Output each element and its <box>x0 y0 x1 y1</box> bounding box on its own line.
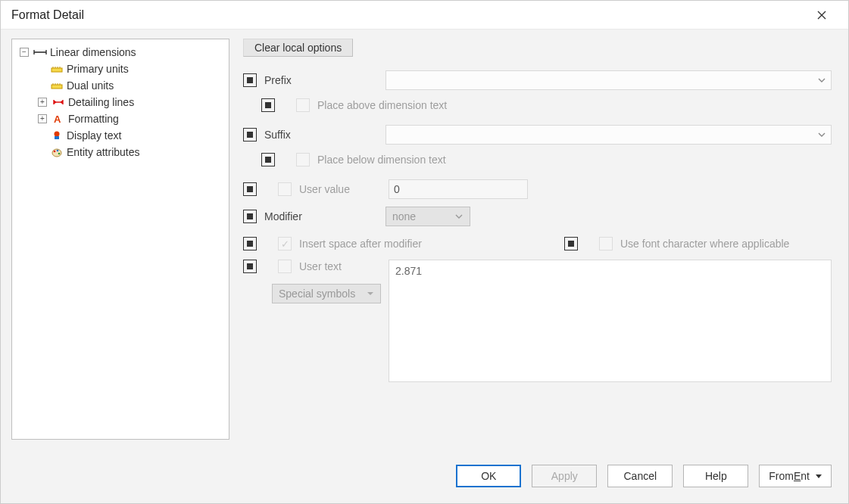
user-text-checkbox[interactable] <box>278 260 292 273</box>
tree-label: Entity attributes <box>67 146 140 158</box>
option-indicator[interactable] <box>243 237 257 250</box>
form-panel: Clear local options Prefix Place above d… <box>243 39 838 496</box>
option-indicator[interactable] <box>243 73 257 87</box>
user-value-checkbox[interactable] <box>278 182 292 196</box>
help-button[interactable]: Help <box>683 465 748 487</box>
option-indicator[interactable] <box>564 237 578 250</box>
svg-point-6 <box>54 151 56 153</box>
chevron-down-icon <box>454 212 464 221</box>
modifier-label: Modifier <box>264 210 378 222</box>
tree-label: Dual units <box>67 79 114 92</box>
user-value-input[interactable]: 0 <box>389 179 528 199</box>
ruler-icon <box>50 63 64 75</box>
tree-label: Detailing lines <box>68 96 134 108</box>
option-indicator[interactable] <box>243 182 257 196</box>
user-value-label: User value <box>299 183 381 195</box>
tree-item-display-text[interactable]: Display text <box>36 127 227 144</box>
chevron-down-icon <box>817 130 826 139</box>
option-indicator[interactable] <box>243 260 257 273</box>
modifier-select[interactable]: none <box>385 207 470 226</box>
palette-icon <box>50 146 64 158</box>
svg-rect-4 <box>55 136 59 139</box>
letter-a-icon: A <box>52 113 65 125</box>
use-font-char-checkbox[interactable] <box>599 237 613 250</box>
option-indicator[interactable] <box>261 98 275 112</box>
expand-icon[interactable]: + <box>38 114 47 123</box>
from-ent-button[interactable]: From Ent <box>759 465 832 487</box>
tree-panel: − Linear dimensions <box>11 39 229 440</box>
svg-text:A: A <box>54 114 61 124</box>
expand-icon[interactable]: + <box>38 98 47 107</box>
dialog-window: Format Detail − Linear dimensions <box>0 0 849 504</box>
dimension-icon <box>33 46 47 58</box>
place-above-label: Place above dimension text <box>317 99 447 111</box>
svg-point-3 <box>55 132 60 137</box>
button-bar: OK Apply Cancel Help From Ent <box>243 456 838 496</box>
tree-item-entity-attributes[interactable]: Entity attributes <box>36 144 227 160</box>
tree-item-dual-units[interactable]: Dual units <box>36 77 227 94</box>
close-button[interactable] <box>804 4 839 26</box>
detailing-icon <box>52 96 65 108</box>
tree-item-detailing-lines[interactable]: + Detailing lines <box>36 94 227 110</box>
special-symbols-select[interactable]: Special symbols <box>272 284 381 303</box>
svg-rect-1 <box>52 85 62 89</box>
svg-point-7 <box>57 150 59 152</box>
chevron-down-icon <box>817 76 826 85</box>
titlebar: Format Detail <box>1 1 848 30</box>
suffix-combo[interactable] <box>385 125 832 145</box>
tree-label: Primary units <box>67 63 129 75</box>
insert-space-checkbox[interactable]: ✓ <box>278 237 292 250</box>
svg-rect-0 <box>52 68 62 72</box>
client-area: − Linear dimensions <box>1 30 848 503</box>
tree-label: Formatting <box>68 113 119 125</box>
prefix-label: Prefix <box>264 74 378 86</box>
insert-space-label: Insert space after modifier <box>299 238 557 250</box>
collapse-icon[interactable]: − <box>20 48 29 57</box>
tree-item-primary-units[interactable]: Primary units <box>36 61 227 77</box>
use-font-char-label: Use font character where applicable <box>620 238 789 250</box>
suffix-label: Suffix <box>264 129 378 141</box>
option-indicator[interactable] <box>243 128 257 142</box>
option-indicator[interactable] <box>261 153 275 166</box>
tree-label: Linear dimensions <box>50 46 136 58</box>
close-icon <box>817 11 826 20</box>
clear-local-options-button[interactable]: Clear local options <box>243 39 353 57</box>
ruler-icon <box>50 79 64 92</box>
caret-down-icon <box>367 290 374 297</box>
place-below-checkbox[interactable] <box>296 153 310 166</box>
display-text-icon <box>50 129 64 142</box>
svg-point-8 <box>58 153 61 155</box>
apply-button: Apply <box>532 465 597 487</box>
tree-item-formatting[interactable]: + A Formatting <box>36 110 227 127</box>
options-tree[interactable]: − Linear dimensions <box>14 44 227 160</box>
prefix-combo[interactable] <box>385 70 832 90</box>
cancel-button[interactable]: Cancel <box>607 465 673 487</box>
ok-button[interactable]: OK <box>456 465 521 487</box>
dialog-title: Format Detail <box>11 8 84 22</box>
user-text-area[interactable] <box>389 260 832 382</box>
option-indicator[interactable] <box>243 210 257 223</box>
place-above-checkbox[interactable] <box>296 98 310 112</box>
place-below-label: Place below dimension text <box>317 154 446 166</box>
user-text-label: User text <box>299 260 381 272</box>
tree-label: Display text <box>67 129 121 142</box>
tree-item-linear-dimensions[interactable]: − Linear dimensions <box>18 44 227 61</box>
